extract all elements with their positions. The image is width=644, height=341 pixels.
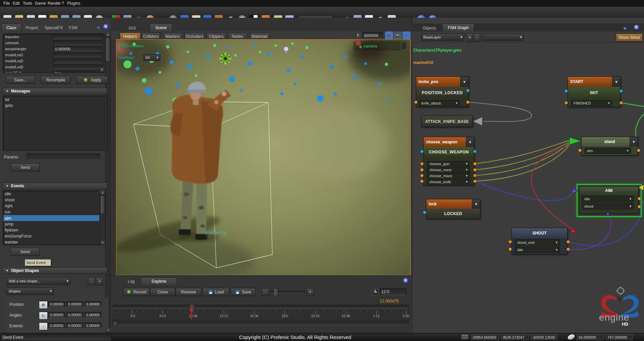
angles-x-field[interactable]: 0.00000: [48, 312, 65, 318]
chevron-down-icon[interactable]: ▼: [630, 137, 638, 146]
prop-earlyzcull-value[interactable]: true: [53, 71, 102, 73]
tab-project[interactable]: Project: [23, 24, 41, 31]
params-input[interactable]: [27, 153, 100, 160]
property-scroll-down[interactable]: ▼: [99, 67, 105, 72]
save-button[interactable]: Save...: [6, 76, 35, 84]
choose-knife-dropdown[interactable]: choose_knife▼: [427, 179, 470, 185]
gridsize-dropdown[interactable]: 64▼: [144, 54, 160, 61]
stand-aim-dropdown[interactable]: aim▼: [585, 148, 631, 154]
save-anim-button[interactable]: Save: [231, 288, 256, 296]
scale-icon[interactable]: ↕: [39, 322, 48, 330]
menu-edit[interactable]: Edit: [11, 1, 21, 6]
angles-y-field[interactable]: 0.00000: [66, 312, 83, 318]
message-item[interactable]: hit: [5, 97, 9, 102]
timeline-track[interactable]: [113, 305, 409, 309]
left-panel-scroll-up[interactable]: ▲: [105, 32, 111, 37]
tab-fsm[interactable]: FSM: [66, 24, 80, 31]
tab-objects[interactable]: Objects: [419, 25, 440, 31]
events-scroll-handle[interactable]: [100, 196, 105, 214]
fsm-node-aim[interactable]: AIM idle▼ shoot▼: [579, 186, 639, 214]
reset-view-icon[interactable]: ✕: [402, 31, 411, 40]
clone-button[interactable]: Clone: [150, 288, 175, 296]
speed-minus-button[interactable]: -: [262, 288, 269, 296]
menu-game[interactable]: Game: [34, 1, 47, 6]
menu-render[interactable]: Render: [46, 1, 62, 6]
fsm-node-choose-weapon[interactable]: choose_weapon▼ CHOOSE_WEAPON choose_gun▼…: [423, 137, 474, 186]
shoot-idle-dropdown[interactable]: idle▼: [515, 247, 560, 253]
finished-dropdown[interactable]: FINISHED▼: [571, 100, 612, 106]
tab-scene[interactable]: Scene: [150, 23, 172, 32]
position-z-field[interactable]: 0.00000: [85, 301, 101, 307]
extents-z-field[interactable]: 0.00000: [85, 323, 101, 329]
events-scroll-up[interactable]: ▲: [100, 190, 105, 195]
chevron-down-icon[interactable]: ▼: [460, 77, 468, 87]
recompile-button[interactable]: Recompile: [41, 76, 70, 84]
object-shapes-header[interactable]: ▼Object Shapes: [3, 267, 107, 274]
apply-button[interactable]: Apply: [76, 76, 108, 84]
events-scroll-down[interactable]: ▼: [100, 240, 105, 245]
message-item[interactable]: goto: [5, 103, 13, 108]
shape-minus-button[interactable]: -: [88, 277, 95, 285]
prop-impostor-value[interactable]: [53, 35, 102, 39]
choose-none-dropdown[interactable]: choose_none▼: [427, 167, 470, 173]
prop-terrainheight-value[interactable]: 0.000000: [53, 47, 102, 51]
event-run[interactable]: run: [5, 210, 10, 214]
messages-header[interactable]: ▼Messages: [3, 88, 107, 94]
extents-x-field[interactable]: 0.00000: [48, 323, 65, 329]
prop-earlyzcull[interactable]: earlyZCull: [5, 71, 22, 73]
event-idle[interactable]: idle: [5, 192, 11, 196]
chevron-down-icon[interactable]: ▼: [612, 77, 620, 87]
rotate-icon[interactable]: ↻: [39, 312, 48, 320]
property-list[interactable]: impostor colmesh terrainHeight 0.000000 …: [3, 33, 105, 73]
event-shoot[interactable]: shoot: [5, 198, 14, 202]
prop-colmesh-value[interactable]: [53, 41, 102, 45]
timeline-scrollbar[interactable]: [113, 321, 409, 325]
fsm-node-stand[interactable]: stand▼ aim▼: [581, 137, 638, 155]
prop-terrainheight[interactable]: terrainHeight: [5, 47, 26, 51]
collapse-left-icon[interactable]: ◄: [96, 25, 100, 30]
prop-modellod1-value[interactable]: [53, 53, 102, 57]
record-button[interactable]: Record: [123, 288, 150, 296]
menu-file[interactable]: File: [2, 1, 11, 6]
event-wander[interactable]: wander: [5, 240, 18, 245]
angles-z-field[interactable]: 0.00000: [85, 312, 101, 318]
prop-colmesh[interactable]: colmesh: [5, 41, 19, 45]
prop-modellod1[interactable]: modelLod1: [5, 53, 23, 57]
send-params-button[interactable]: Send: [11, 163, 40, 172]
send-event-button[interactable]: Send: [11, 248, 40, 256]
camera-capture-icon[interactable]: 📷: [394, 31, 402, 40]
left-panel-scroll-handle[interactable]: [106, 38, 110, 62]
tab-daytime[interactable]: Daytime: [141, 277, 177, 285]
load-button[interactable]: Load: [203, 288, 229, 296]
menu-tools[interactable]: Tools: [21, 1, 34, 6]
aim-idle-dropdown[interactable]: idle▼: [582, 196, 634, 202]
messages-list[interactable]: hit goto: [3, 95, 108, 151]
events-list[interactable]: idle shoot right run aim jump flydown en…: [3, 190, 101, 245]
event-right[interactable]: right: [5, 204, 12, 208]
fsm-node-start[interactable]: START▼ INIT FINISHED▼: [568, 76, 621, 107]
speed-plus-button[interactable]: +: [307, 288, 314, 296]
fsm-node-locke-pos[interactable]: locke_pos▼ POSITION_LOCKED knife_attack▼: [416, 76, 469, 107]
aim-shoot-dropdown[interactable]: shoot▼: [582, 203, 634, 209]
time-field[interactable]: 12:0: [380, 288, 407, 295]
fsm-node-lock[interactable]: lock▼ LOCKED: [426, 199, 480, 219]
event-aim-selected[interactable]: aim: [3, 215, 99, 221]
camera-marker[interactable]: [354, 40, 406, 50]
prop-modellod2-value[interactable]: [53, 59, 102, 63]
shape-plus-button[interactable]: +: [96, 277, 103, 285]
add-shape-dropdown[interactable]: Add a new shape...▼: [7, 277, 70, 285]
shoot-end-dropdown[interactable]: shoot_end▼: [515, 239, 560, 246]
choose-gun-dropdown[interactable]: choose_gun▼: [427, 161, 470, 166]
chevron-down-icon[interactable]: ▼: [472, 199, 480, 209]
tab-fsm-graph[interactable]: FSM Graph: [442, 23, 474, 32]
tab-specialfx[interactable]: SpecialFX: [42, 24, 65, 31]
extents-y-field[interactable]: 0.00000: [66, 323, 83, 329]
shapes-dropdown[interactable]: shapes▼: [7, 287, 54, 295]
tab-log[interactable]: Log: [123, 278, 140, 285]
target-view-icon[interactable]: ◎: [385, 31, 393, 40]
f-value-field[interactable]: 5000000: [362, 32, 383, 39]
prop-impostor[interactable]: impostor: [5, 35, 19, 39]
move-icon[interactable]: ✥: [39, 301, 48, 309]
position-x-field[interactable]: 0.00000: [48, 301, 65, 307]
fsm-node-attack-knife-base[interactable]: ATTACK_KNIFE_BASE: [421, 116, 473, 127]
